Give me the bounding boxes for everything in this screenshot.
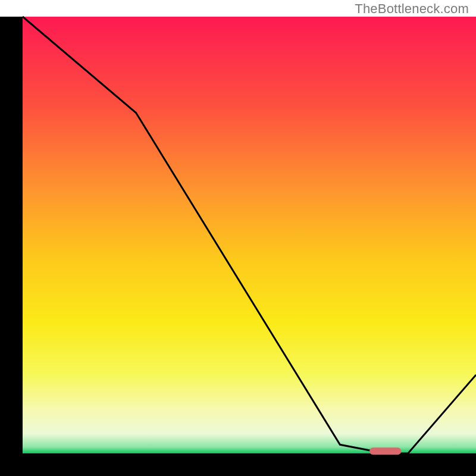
watermark-text: TheBottleneck.com	[355, 1, 469, 17]
axis-left	[0, 17, 23, 476]
bottleneck-chart	[0, 0, 476, 476]
optimal-marker	[369, 447, 401, 455]
plot-background	[23, 17, 476, 453]
axis-bottom	[0, 453, 476, 476]
chart-container: TheBottleneck.com	[0, 0, 476, 476]
